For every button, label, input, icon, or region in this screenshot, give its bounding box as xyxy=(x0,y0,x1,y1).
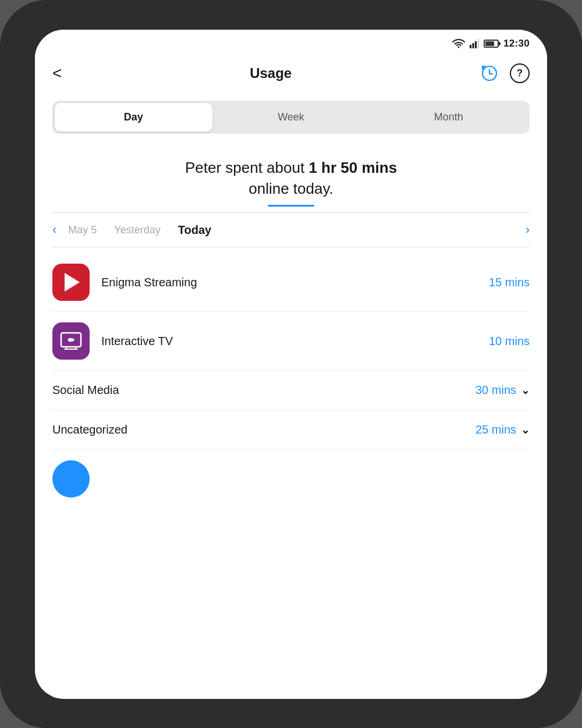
tab-week[interactable]: Week xyxy=(212,103,370,132)
list-item[interactable]: Social Media 30 mins ⌄ xyxy=(35,371,547,410)
summary-duration: 1 hr 50 mins xyxy=(308,159,397,176)
help-button[interactable]: ? xyxy=(510,63,530,83)
prev-date-button[interactable]: ‹ xyxy=(52,222,56,237)
tab-day[interactable]: Day xyxy=(55,103,212,132)
date-may5[interactable]: May 5 xyxy=(68,224,97,236)
summary-section: Peter spent about 1 hr 50 mins online to… xyxy=(35,145,547,205)
battery-icon xyxy=(484,40,499,48)
category-time-uncategorized: 25 mins xyxy=(475,423,516,436)
date-yesterday[interactable]: Yesterday xyxy=(114,224,160,236)
category-uncategorized: Uncategorized xyxy=(52,423,475,436)
app-time-interactive-tv: 10 mins xyxy=(489,335,530,348)
phone-frame: 12:30 < Usage ? Day Week xyxy=(0,0,582,728)
chevron-down-icon: ⌄ xyxy=(521,424,530,436)
next-date-button[interactable]: › xyxy=(526,222,530,237)
summary-text: Peter spent about 1 hr 50 mins online to… xyxy=(52,157,530,200)
underline-wrapper xyxy=(35,205,547,207)
wifi-icon xyxy=(452,39,465,48)
list-item[interactable]: Interactive TV 10 mins xyxy=(35,312,547,370)
app-header: < Usage ? xyxy=(35,53,547,95)
partial-icon xyxy=(52,460,90,498)
status-time: 12:30 xyxy=(503,38,530,49)
page-title: Usage xyxy=(250,65,292,81)
tv-svg-icon xyxy=(59,331,83,351)
interactive-tv-icon xyxy=(52,322,90,360)
enigma-streaming-icon xyxy=(52,264,90,301)
date-today[interactable]: Today xyxy=(178,223,211,237)
phone-screen: 12:30 < Usage ? Day Week xyxy=(35,30,547,699)
svg-rect-3 xyxy=(478,39,480,48)
app-time-enigma: 15 mins xyxy=(489,276,530,289)
signal-icon xyxy=(470,39,479,48)
date-items: May 5 Yesterday Today xyxy=(62,223,525,237)
category-time-social-media: 30 mins xyxy=(475,383,516,397)
svg-rect-2 xyxy=(475,41,477,48)
app-name-enigma: Enigma Streaming xyxy=(101,276,477,289)
tab-month[interactable]: Month xyxy=(370,103,527,132)
list-item[interactable]: Uncategorized 25 mins ⌄ xyxy=(35,410,547,449)
svg-rect-0 xyxy=(470,45,471,48)
period-tabs: Day Week Month xyxy=(52,101,530,134)
status-bar: 12:30 xyxy=(35,30,547,53)
status-icons: 12:30 xyxy=(452,38,530,49)
svg-rect-1 xyxy=(473,43,474,48)
back-button[interactable]: < xyxy=(52,65,62,81)
category-social-media: Social Media xyxy=(52,383,475,397)
date-navigation: ‹ May 5 Yesterday Today › xyxy=(35,213,547,247)
app-name-interactive-tv: Interactive TV xyxy=(101,335,477,348)
history-icon[interactable] xyxy=(480,63,499,83)
play-triangle xyxy=(65,273,80,292)
list-item[interactable]: Enigma Streaming 15 mins xyxy=(35,253,547,311)
chevron-down-icon: ⌄ xyxy=(521,384,530,397)
app-list: Enigma Streaming 15 mins xyxy=(35,247,547,698)
active-tab-underline xyxy=(268,205,314,207)
header-icons: ? xyxy=(480,63,530,83)
list-item-partial xyxy=(35,450,547,508)
